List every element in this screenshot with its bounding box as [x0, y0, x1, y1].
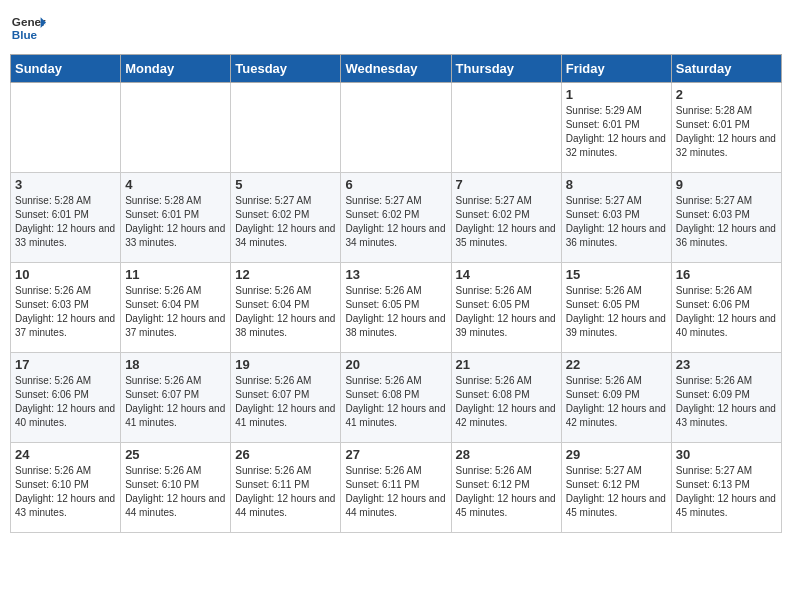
- calendar-cell: 12Sunrise: 5:26 AM Sunset: 6:04 PM Dayli…: [231, 263, 341, 353]
- calendar-cell: 20Sunrise: 5:26 AM Sunset: 6:08 PM Dayli…: [341, 353, 451, 443]
- day-info: Sunrise: 5:26 AM Sunset: 6:07 PM Dayligh…: [125, 374, 226, 430]
- day-number: 11: [125, 267, 226, 282]
- calendar-cell: 21Sunrise: 5:26 AM Sunset: 6:08 PM Dayli…: [451, 353, 561, 443]
- day-info: Sunrise: 5:26 AM Sunset: 6:09 PM Dayligh…: [676, 374, 777, 430]
- day-info: Sunrise: 5:26 AM Sunset: 6:05 PM Dayligh…: [345, 284, 446, 340]
- day-number: 9: [676, 177, 777, 192]
- day-number: 27: [345, 447, 446, 462]
- day-info: Sunrise: 5:26 AM Sunset: 6:08 PM Dayligh…: [345, 374, 446, 430]
- day-number: 25: [125, 447, 226, 462]
- day-info: Sunrise: 5:26 AM Sunset: 6:04 PM Dayligh…: [125, 284, 226, 340]
- day-info: Sunrise: 5:27 AM Sunset: 6:02 PM Dayligh…: [456, 194, 557, 250]
- calendar-cell: 8Sunrise: 5:27 AM Sunset: 6:03 PM Daylig…: [561, 173, 671, 263]
- day-info: Sunrise: 5:26 AM Sunset: 6:12 PM Dayligh…: [456, 464, 557, 520]
- page-header: General Blue: [10, 10, 782, 46]
- day-info: Sunrise: 5:26 AM Sunset: 6:04 PM Dayligh…: [235, 284, 336, 340]
- calendar-week-row: 1Sunrise: 5:29 AM Sunset: 6:01 PM Daylig…: [11, 83, 782, 173]
- calendar-cell: 30Sunrise: 5:27 AM Sunset: 6:13 PM Dayli…: [671, 443, 781, 533]
- weekday-header-friday: Friday: [561, 55, 671, 83]
- calendar-week-row: 17Sunrise: 5:26 AM Sunset: 6:06 PM Dayli…: [11, 353, 782, 443]
- day-info: Sunrise: 5:26 AM Sunset: 6:10 PM Dayligh…: [15, 464, 116, 520]
- calendar-cell: 19Sunrise: 5:26 AM Sunset: 6:07 PM Dayli…: [231, 353, 341, 443]
- calendar-cell: 2Sunrise: 5:28 AM Sunset: 6:01 PM Daylig…: [671, 83, 781, 173]
- day-number: 14: [456, 267, 557, 282]
- day-info: Sunrise: 5:27 AM Sunset: 6:02 PM Dayligh…: [345, 194, 446, 250]
- calendar-cell: [121, 83, 231, 173]
- calendar-cell: 14Sunrise: 5:26 AM Sunset: 6:05 PM Dayli…: [451, 263, 561, 353]
- day-number: 21: [456, 357, 557, 372]
- day-number: 3: [15, 177, 116, 192]
- weekday-header-tuesday: Tuesday: [231, 55, 341, 83]
- day-number: 16: [676, 267, 777, 282]
- weekday-header-saturday: Saturday: [671, 55, 781, 83]
- day-info: Sunrise: 5:26 AM Sunset: 6:08 PM Dayligh…: [456, 374, 557, 430]
- day-info: Sunrise: 5:27 AM Sunset: 6:03 PM Dayligh…: [676, 194, 777, 250]
- day-number: 20: [345, 357, 446, 372]
- day-info: Sunrise: 5:26 AM Sunset: 6:07 PM Dayligh…: [235, 374, 336, 430]
- day-number: 8: [566, 177, 667, 192]
- calendar-cell: 4Sunrise: 5:28 AM Sunset: 6:01 PM Daylig…: [121, 173, 231, 263]
- day-info: Sunrise: 5:26 AM Sunset: 6:09 PM Dayligh…: [566, 374, 667, 430]
- weekday-header-sunday: Sunday: [11, 55, 121, 83]
- calendar-header: SundayMondayTuesdayWednesdayThursdayFrid…: [11, 55, 782, 83]
- day-number: 28: [456, 447, 557, 462]
- day-number: 15: [566, 267, 667, 282]
- calendar-cell: 5Sunrise: 5:27 AM Sunset: 6:02 PM Daylig…: [231, 173, 341, 263]
- day-info: Sunrise: 5:26 AM Sunset: 6:11 PM Dayligh…: [345, 464, 446, 520]
- day-number: 1: [566, 87, 667, 102]
- calendar-cell: [11, 83, 121, 173]
- svg-text:Blue: Blue: [12, 28, 38, 41]
- day-info: Sunrise: 5:27 AM Sunset: 6:02 PM Dayligh…: [235, 194, 336, 250]
- calendar-week-row: 24Sunrise: 5:26 AM Sunset: 6:10 PM Dayli…: [11, 443, 782, 533]
- calendar-table: SundayMondayTuesdayWednesdayThursdayFrid…: [10, 54, 782, 533]
- calendar-cell: 9Sunrise: 5:27 AM Sunset: 6:03 PM Daylig…: [671, 173, 781, 263]
- calendar-cell: 11Sunrise: 5:26 AM Sunset: 6:04 PM Dayli…: [121, 263, 231, 353]
- calendar-cell: 10Sunrise: 5:26 AM Sunset: 6:03 PM Dayli…: [11, 263, 121, 353]
- calendar-cell: [341, 83, 451, 173]
- day-info: Sunrise: 5:26 AM Sunset: 6:11 PM Dayligh…: [235, 464, 336, 520]
- day-info: Sunrise: 5:26 AM Sunset: 6:03 PM Dayligh…: [15, 284, 116, 340]
- day-info: Sunrise: 5:28 AM Sunset: 6:01 PM Dayligh…: [676, 104, 777, 160]
- calendar-cell: 26Sunrise: 5:26 AM Sunset: 6:11 PM Dayli…: [231, 443, 341, 533]
- calendar-cell: 1Sunrise: 5:29 AM Sunset: 6:01 PM Daylig…: [561, 83, 671, 173]
- day-number: 6: [345, 177, 446, 192]
- calendar-week-row: 10Sunrise: 5:26 AM Sunset: 6:03 PM Dayli…: [11, 263, 782, 353]
- day-info: Sunrise: 5:27 AM Sunset: 6:12 PM Dayligh…: [566, 464, 667, 520]
- calendar-cell: 29Sunrise: 5:27 AM Sunset: 6:12 PM Dayli…: [561, 443, 671, 533]
- day-number: 30: [676, 447, 777, 462]
- day-info: Sunrise: 5:26 AM Sunset: 6:06 PM Dayligh…: [676, 284, 777, 340]
- day-info: Sunrise: 5:26 AM Sunset: 6:05 PM Dayligh…: [566, 284, 667, 340]
- day-info: Sunrise: 5:27 AM Sunset: 6:13 PM Dayligh…: [676, 464, 777, 520]
- calendar-cell: 7Sunrise: 5:27 AM Sunset: 6:02 PM Daylig…: [451, 173, 561, 263]
- day-number: 19: [235, 357, 336, 372]
- day-info: Sunrise: 5:26 AM Sunset: 6:06 PM Dayligh…: [15, 374, 116, 430]
- day-number: 24: [15, 447, 116, 462]
- weekday-header-wednesday: Wednesday: [341, 55, 451, 83]
- weekday-header-thursday: Thursday: [451, 55, 561, 83]
- day-number: 29: [566, 447, 667, 462]
- calendar-body: 1Sunrise: 5:29 AM Sunset: 6:01 PM Daylig…: [11, 83, 782, 533]
- calendar-cell: 25Sunrise: 5:26 AM Sunset: 6:10 PM Dayli…: [121, 443, 231, 533]
- logo: General Blue: [10, 10, 50, 46]
- weekday-header-monday: Monday: [121, 55, 231, 83]
- calendar-cell: 24Sunrise: 5:26 AM Sunset: 6:10 PM Dayli…: [11, 443, 121, 533]
- calendar-cell: 17Sunrise: 5:26 AM Sunset: 6:06 PM Dayli…: [11, 353, 121, 443]
- day-info: Sunrise: 5:28 AM Sunset: 6:01 PM Dayligh…: [15, 194, 116, 250]
- calendar-cell: 27Sunrise: 5:26 AM Sunset: 6:11 PM Dayli…: [341, 443, 451, 533]
- day-number: 2: [676, 87, 777, 102]
- day-number: 4: [125, 177, 226, 192]
- day-number: 23: [676, 357, 777, 372]
- day-info: Sunrise: 5:27 AM Sunset: 6:03 PM Dayligh…: [566, 194, 667, 250]
- day-info: Sunrise: 5:26 AM Sunset: 6:05 PM Dayligh…: [456, 284, 557, 340]
- day-info: Sunrise: 5:29 AM Sunset: 6:01 PM Dayligh…: [566, 104, 667, 160]
- calendar-cell: [451, 83, 561, 173]
- calendar-cell: 22Sunrise: 5:26 AM Sunset: 6:09 PM Dayli…: [561, 353, 671, 443]
- calendar-cell: 23Sunrise: 5:26 AM Sunset: 6:09 PM Dayli…: [671, 353, 781, 443]
- day-number: 12: [235, 267, 336, 282]
- day-info: Sunrise: 5:26 AM Sunset: 6:10 PM Dayligh…: [125, 464, 226, 520]
- day-info: Sunrise: 5:28 AM Sunset: 6:01 PM Dayligh…: [125, 194, 226, 250]
- logo-icon: General Blue: [10, 10, 46, 46]
- calendar-cell: 3Sunrise: 5:28 AM Sunset: 6:01 PM Daylig…: [11, 173, 121, 263]
- calendar-cell: 28Sunrise: 5:26 AM Sunset: 6:12 PM Dayli…: [451, 443, 561, 533]
- calendar-cell: [231, 83, 341, 173]
